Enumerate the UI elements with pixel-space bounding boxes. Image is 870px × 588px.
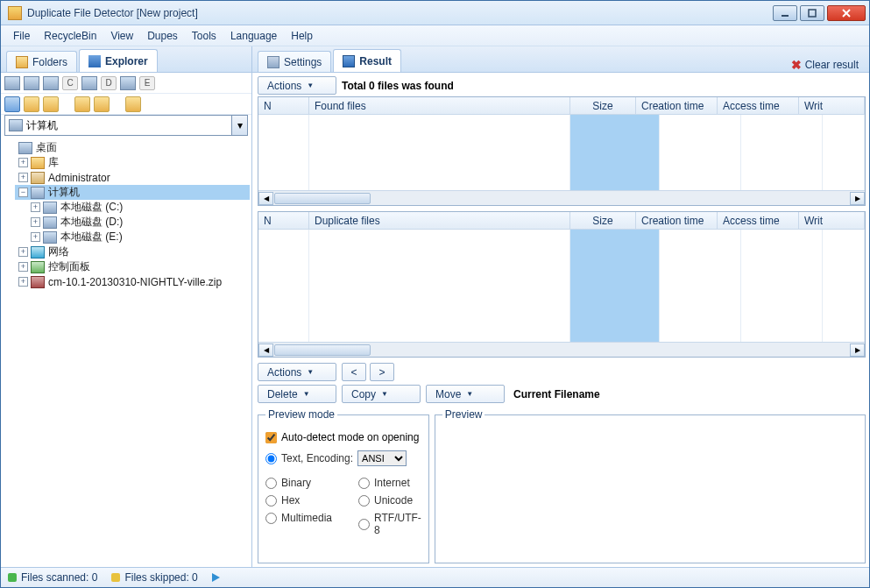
chevron-down-icon[interactable]: ▾ xyxy=(231,116,247,135)
drive-c-icon[interactable] xyxy=(43,76,59,90)
expand-icon[interactable]: + xyxy=(18,262,28,272)
radio-text-label: Text, Encoding: xyxy=(281,452,353,464)
play-icon[interactable] xyxy=(212,573,220,582)
tree-desktop[interactable]: 桌面 xyxy=(36,140,57,155)
encoding-select[interactable]: ANSI xyxy=(357,450,407,466)
scroll-left-icon[interactable]: ◀ xyxy=(258,344,273,357)
folder-tree[interactable]: 桌面 +库 +Administrator −计算机 +本地磁盘 (C:) +本地… xyxy=(1,138,251,567)
tab-settings[interactable]: Settings xyxy=(258,51,331,72)
prev-button[interactable]: < xyxy=(342,363,366,381)
tab-result-label: Result xyxy=(359,55,392,67)
network-icon xyxy=(31,246,45,259)
tab-folders[interactable]: Folders xyxy=(6,51,77,72)
expand-icon[interactable]: + xyxy=(31,217,40,227)
tool-btn-6[interactable] xyxy=(125,96,141,112)
dup-grid-scrollbar[interactable]: ◀ ▶ xyxy=(258,342,865,357)
radio-hex[interactable]: Hex xyxy=(265,494,332,507)
col-size[interactable]: Size xyxy=(570,212,636,229)
col-found[interactable]: Found files xyxy=(309,97,570,114)
drive-d-icon[interactable] xyxy=(81,76,97,90)
found-grid-scrollbar[interactable]: ◀ ▶ xyxy=(258,190,865,205)
tool-btn-3[interactable] xyxy=(43,96,59,112)
close-button[interactable] xyxy=(827,5,866,21)
expand-icon[interactable]: + xyxy=(18,247,28,257)
scroll-thumb[interactable] xyxy=(274,344,371,356)
drives-row: C D E xyxy=(1,73,251,94)
col-creation[interactable]: Creation time xyxy=(636,212,718,229)
copy-dropdown[interactable]: Copy▼ xyxy=(342,385,421,403)
next-button[interactable]: > xyxy=(370,363,394,381)
desktop-drive-icon[interactable] xyxy=(4,76,20,90)
radio-unicode[interactable]: Unicode xyxy=(358,494,421,507)
tool-btn-4[interactable] xyxy=(74,96,90,112)
folder-icon xyxy=(16,56,28,68)
radio-binary[interactable]: Binary xyxy=(265,477,332,489)
tree-computer-node[interactable]: −计算机 xyxy=(15,185,250,200)
tab-settings-label: Settings xyxy=(284,56,322,68)
tree-drive-e[interactable]: 本地磁盘 (E:) xyxy=(60,230,123,244)
scroll-thumb[interactable] xyxy=(274,193,371,204)
preview-mode-group: Preview mode Auto-detect mode on opening… xyxy=(258,408,429,563)
col-access[interactable]: Access time xyxy=(718,97,799,114)
scroll-right-icon[interactable]: ▶ xyxy=(850,192,865,205)
actions-dropdown-top[interactable]: Actions▼ xyxy=(258,76,336,95)
clear-result-button[interactable]: ✖Clear result xyxy=(786,58,864,72)
radio-text[interactable]: Text, Encoding: ANSI xyxy=(265,450,421,466)
computer-drive-icon[interactable] xyxy=(24,76,39,90)
tab-folders-label: Folders xyxy=(32,56,67,68)
radio-rtf[interactable]: RTF/UTF-8 xyxy=(358,512,421,536)
tree-library[interactable]: 库 xyxy=(48,155,59,170)
col-write[interactable]: Writ xyxy=(799,97,865,114)
actions-dropdown-bottom[interactable]: Actions▼ xyxy=(258,363,336,381)
expand-icon[interactable]: + xyxy=(18,173,28,182)
tree-drive-c[interactable]: 本地磁盘 (C:) xyxy=(60,200,123,215)
tool-btn-5[interactable] xyxy=(94,96,110,112)
expand-icon[interactable]: + xyxy=(18,277,28,287)
menu-view[interactable]: View xyxy=(103,28,140,44)
tab-explorer[interactable]: Explorer xyxy=(79,49,158,72)
tool-btn-2[interactable] xyxy=(24,96,39,112)
tool-btn-1[interactable] xyxy=(4,96,20,112)
tree-zip[interactable]: cm-10.1-20130310-NIGHTLY-ville.zip xyxy=(48,276,222,288)
scroll-left-icon[interactable]: ◀ xyxy=(258,192,273,205)
menu-tools[interactable]: Tools xyxy=(185,28,223,44)
path-combo[interactable]: 计算机 ▾ xyxy=(4,115,248,136)
col-creation[interactable]: Creation time xyxy=(636,97,718,114)
col-access[interactable]: Access time xyxy=(718,212,799,229)
scroll-right-icon[interactable]: ▶ xyxy=(850,344,865,357)
maximize-button[interactable] xyxy=(800,5,824,21)
auto-detect-input[interactable] xyxy=(265,432,277,443)
tree-control-panel[interactable]: 控制面板 xyxy=(48,259,90,274)
menu-language[interactable]: Language xyxy=(223,28,284,44)
menu-dupes[interactable]: Dupes xyxy=(140,28,185,44)
expand-icon[interactable]: + xyxy=(18,158,28,167)
move-dropdown[interactable]: Move▼ xyxy=(426,385,505,403)
radio-internet[interactable]: Internet xyxy=(358,477,421,489)
menu-file[interactable]: File xyxy=(6,28,37,44)
status-dot-skipped xyxy=(111,573,120,582)
drive-e-icon[interactable] xyxy=(120,76,136,90)
auto-detect-checkbox[interactable]: Auto-detect mode on opening xyxy=(265,431,421,443)
current-filename-label: Current Filename xyxy=(513,388,600,400)
menu-help[interactable]: Help xyxy=(284,28,320,44)
tree-admin[interactable]: Administrator xyxy=(48,172,110,184)
delete-label: Delete xyxy=(267,388,298,400)
tab-result[interactable]: Result xyxy=(333,49,401,72)
col-size[interactable]: Size xyxy=(570,97,636,114)
col-n[interactable]: N xyxy=(258,97,309,114)
delete-dropdown[interactable]: Delete▼ xyxy=(258,385,336,403)
col-n[interactable]: N xyxy=(258,212,309,229)
library-icon xyxy=(31,157,45,169)
radio-multimedia[interactable]: Multimedia xyxy=(265,512,332,524)
col-dup[interactable]: Duplicate files xyxy=(309,212,570,229)
col-write[interactable]: Writ xyxy=(799,212,865,229)
drive-icon xyxy=(43,216,57,229)
tree-drive-d[interactable]: 本地磁盘 (D:) xyxy=(60,215,123,230)
collapse-icon[interactable]: − xyxy=(18,188,28,197)
expand-icon[interactable]: + xyxy=(31,202,40,212)
menu-recyclebin[interactable]: RecycleBin xyxy=(37,28,103,44)
expand-icon[interactable]: + xyxy=(31,232,40,242)
tree-network[interactable]: 网络 xyxy=(48,244,69,259)
minimize-button[interactable] xyxy=(773,5,797,21)
control-panel-icon xyxy=(31,261,45,273)
